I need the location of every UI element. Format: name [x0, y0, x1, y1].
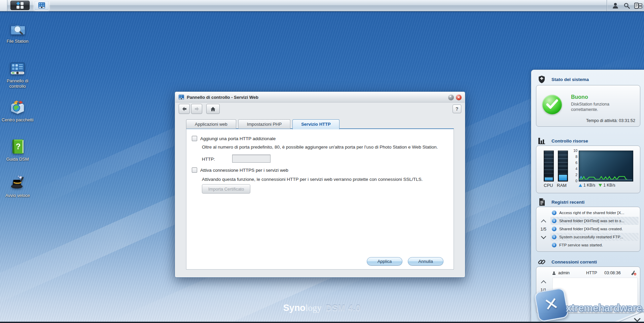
http-service-panel: Aggiungi una porta HTTP addizionale Oltr…	[186, 128, 454, 270]
close-button[interactable]	[456, 94, 462, 100]
pager-up-icon[interactable]	[541, 280, 546, 286]
pager-position: 1/1	[540, 288, 546, 292]
help-button[interactable]: ?	[453, 105, 461, 113]
quick-start-icon: ✦ ✦	[9, 174, 26, 191]
log-list: i Access right of the shared folder [X..…	[550, 209, 639, 249]
tab-bar: Applicazioni web Impostazioni PHP Serviz…	[186, 119, 342, 129]
tab-php-settings[interactable]: Impostazioni PHP	[238, 119, 290, 129]
dsm-version: DSM 4.0	[326, 303, 361, 313]
section-title: Registri recenti	[551, 200, 584, 205]
home-button[interactable]	[206, 104, 220, 114]
log-row[interactable]: i Shared folder [XHTest] was created.	[550, 225, 639, 233]
shield-icon	[537, 75, 547, 83]
info-icon: i	[552, 235, 557, 239]
desktop-icon-control-panel[interactable]: Pannello di controllo	[1, 60, 34, 89]
uptime-text: Tempo di attività: 03:31:52	[586, 118, 635, 123]
info-icon: i	[552, 227, 557, 231]
widget-panel: Stato del sistema Buono DiskStation funz…	[531, 70, 644, 323]
desktop-icon-file-station[interactable]: File Station	[1, 20, 34, 44]
window-toolbar: ?	[175, 102, 465, 116]
desktop-icon-package-center[interactable]: Centro pacchetti	[1, 99, 34, 123]
info-icon: i	[552, 210, 557, 215]
cpu-meter	[544, 151, 554, 181]
pager-position: 1/5	[540, 227, 546, 232]
tray-separator	[607, 0, 607, 11]
minimize-button[interactable]	[448, 94, 454, 100]
apps-grid-icon	[16, 1, 25, 9]
status-ok-icon	[542, 95, 562, 114]
forward-button[interactable]	[191, 104, 202, 114]
search-button[interactable]	[621, 1, 633, 10]
svg-text:✦: ✦	[17, 175, 20, 177]
show-desktop-button[interactable]	[0, 0, 7, 11]
main-menu-button[interactable]	[10, 1, 30, 10]
info-icon: i	[552, 243, 557, 247]
pager-down-icon[interactable]	[541, 295, 546, 300]
user-menu-button[interactable]	[610, 1, 621, 10]
desktop-icon-label: File Station	[1, 39, 34, 44]
control-panel-window: Pannello di controllo - Servizi Web ? Ap…	[175, 91, 465, 278]
recent-logs-header: Registri recenti	[537, 198, 584, 206]
control-panel-icon	[9, 60, 26, 77]
current-connections-card: 1/1 admin HTTP 03:08:36	[536, 267, 640, 314]
dsm-help-icon: ?	[9, 138, 26, 155]
log-row[interactable]: i Shared folder [XHTest] was set to s...	[550, 217, 639, 225]
current-connections-header: Connessioni correnti	[537, 257, 597, 266]
section-title: Stato del sistema	[551, 77, 589, 82]
https-checkbox[interactable]	[192, 167, 197, 173]
user-icon	[552, 271, 556, 275]
svg-text:?: ?	[16, 142, 21, 151]
connection-row[interactable]: admin HTTP 03:08:36	[552, 269, 637, 277]
system-status-card: Buono DiskStation funziona correttamente…	[536, 85, 640, 127]
log-row[interactable]: i FTP service was started.	[550, 241, 639, 249]
pilot-view-icon	[634, 2, 643, 9]
chain-link-icon	[537, 258, 547, 266]
pager-down-icon[interactable]	[541, 234, 546, 239]
pager-up-icon[interactable]	[541, 219, 546, 225]
brand-text: Syno	[283, 303, 306, 313]
system-status-header: Stato del sistema	[537, 75, 589, 84]
window-title: Pannello di controllo - Servizi Web	[187, 95, 258, 100]
http-port-input[interactable]	[232, 155, 271, 163]
desktop-icon-label: Pannello di controllo	[1, 78, 34, 89]
recent-logs-card: 1/5 i Access right of the shared folder …	[536, 207, 640, 252]
back-button[interactable]	[179, 104, 190, 114]
disconnect-icon[interactable]	[631, 270, 637, 276]
log-row[interactable]: i System successfully restarted FTP...	[550, 233, 639, 241]
ram-meter	[558, 151, 568, 181]
apply-button[interactable]: Applica	[367, 257, 402, 266]
upload-arrow-icon	[579, 184, 582, 187]
desktop-icon-dsm-help[interactable]: ? Guida DSM	[1, 138, 34, 162]
window-titlebar[interactable]: Pannello di controllo - Servizi Web	[175, 92, 465, 103]
https-description: Attivando questa funzione, le connession…	[202, 176, 464, 183]
http-port-checkbox-label: Aggiungi una porta HTTP addizionale	[200, 136, 276, 141]
package-center-icon	[9, 99, 26, 116]
desktop-icon-quick-start[interactable]: ✦ ✦ Avvio veloce	[1, 174, 34, 198]
https-checkbox-label: Attiva connessione HTTPS per i servizi w…	[200, 168, 288, 173]
tab-web-applications[interactable]: Applicazioni web	[186, 119, 236, 129]
http-port-checkbox[interactable]	[192, 136, 197, 141]
import-certificate-button[interactable]: Importa Certificato	[202, 184, 250, 194]
resource-monitor-card: CPU RAM 10 8 6 4 2 0 1 KB/s 1 KB/s	[536, 146, 640, 193]
desktop-icon-label: Avvio veloce	[1, 193, 34, 198]
taskbar-open-app-button[interactable]	[34, 0, 49, 10]
search-icon	[623, 2, 631, 9]
connection-list-area	[552, 278, 638, 310]
pilot-view-button[interactable]	[633, 1, 644, 10]
screen-bottom-edge	[0, 322, 644, 323]
control-panel-icon	[178, 94, 184, 100]
connection-time: 03:08:36	[604, 271, 621, 275]
http-port-checkbox-row: Aggiungi una porta HTTP addizionale	[192, 136, 276, 141]
ram-label: RAM	[557, 183, 567, 188]
connection-protocol: HTTP	[586, 271, 597, 275]
tab-http-service[interactable]: Servizio HTTP	[292, 119, 339, 129]
home-icon	[210, 107, 216, 112]
logs-pager: 1/5	[536, 207, 550, 251]
cancel-button[interactable]: Annulla	[408, 257, 443, 266]
connections-pager: 1/1	[536, 267, 550, 313]
network-graph-axis: 10 8 6 4 2 0	[571, 149, 577, 183]
section-title: Controllo risorse	[551, 138, 588, 144]
desktop-icon-label: Centro pacchetti	[1, 117, 34, 123]
network-traffic-labels: 1 KB/s 1 KB/s	[579, 183, 615, 188]
log-row[interactable]: i Access right of the shared folder [X..…	[550, 209, 639, 217]
